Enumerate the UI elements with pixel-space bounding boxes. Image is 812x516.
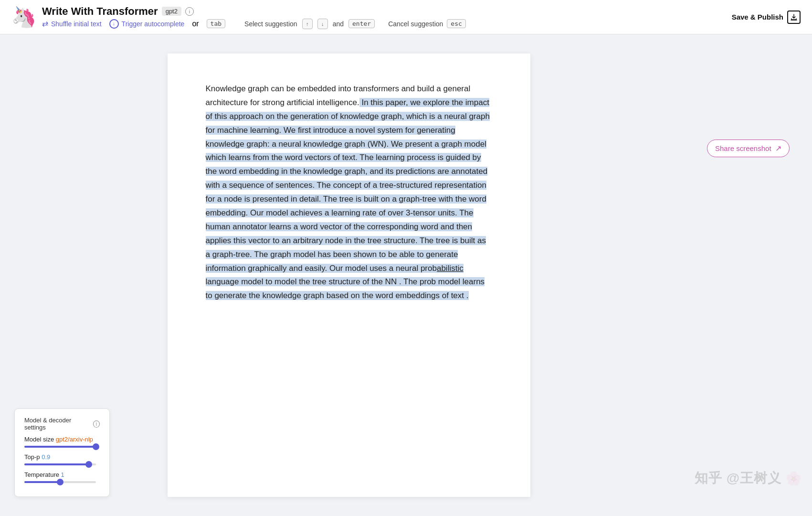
temperature-slider[interactable] [24,481,96,483]
export-icon [787,11,801,24]
temperature-row: Temperature 1 [24,471,100,483]
model-size-value: gpt2/arxiv-nlp [56,436,93,443]
top-p-value: 0.9 [42,453,50,461]
save-publish-button[interactable]: Save & Publish [732,11,801,24]
cancel-suggestion-text: Cancel suggestion [388,20,443,28]
temperature-slider-thumb[interactable] [57,479,63,485]
cancel-section: Cancel suggestion esc [388,19,466,28]
top-p-slider[interactable] [24,463,96,465]
model-size-slider-fill [24,446,96,448]
header: 🦄 Write With Transformer gpt2 i ⇄ Shuffl… [0,0,812,34]
top-p-label: Top-p 0.9 [24,453,100,461]
temperature-slider-fill [24,481,60,483]
settings-title-row: Model & decoder settings i [24,417,100,431]
autocomplete-button[interactable]: ↓ Trigger autocomplete [109,19,185,29]
up-arrow-btn[interactable]: ↑ [302,19,313,29]
shuffle-button[interactable]: ⇄ Shuffle initial text [42,19,102,28]
top-p-slider-thumb[interactable] [85,461,92,468]
text-after-underline: language model to model the tree structu… [206,277,485,300]
text-highlighted: In this paper, we explore the impact of … [206,98,490,273]
save-publish-label: Save & Publish [732,13,783,21]
model-size-label: Model size gpt2/arxiv-nlp [24,436,100,443]
app-title-row: Write With Transformer gpt2 i [42,5,466,18]
and-text: and [333,20,344,28]
share-screenshot-label: Share screenshot [715,144,771,152]
autocomplete-icon: ↓ [109,19,119,29]
title-block: Write With Transformer gpt2 i ⇄ Shuffle … [42,5,466,29]
temperature-label: Temperature 1 [24,471,100,478]
model-size-row: Model size gpt2/arxiv-nlp [24,436,100,448]
model-size-slider[interactable] [24,446,96,448]
enter-key: enter [348,19,375,28]
top-p-row: Top-p 0.9 [24,453,100,465]
tab-key: tab [207,19,225,28]
or-text: or [192,20,199,28]
settings-panel: Model & decoder settings i Model size gp… [14,408,110,497]
model-size-slider-thumb[interactable] [93,443,99,450]
main-content: Knowledge graph can be embedded into tra… [0,34,812,516]
app-title: Write With Transformer [42,5,158,18]
shuffle-label: Shuffle initial text [51,20,102,28]
logo-area: 🦄 Write With Transformer gpt2 i ⇄ Shuffl… [11,5,466,29]
select-suggestion-text: Select suggestion [244,20,297,28]
shuffle-icon: ⇄ [42,19,48,28]
down-arrow-btn[interactable]: ↓ [317,19,328,29]
esc-key: esc [447,19,465,28]
temperature-value: 1 [61,471,64,478]
document-paper[interactable]: Knowledge graph can be embedded into tra… [168,54,530,497]
app-logo: 🦄 [11,7,36,27]
document-text: Knowledge graph can be embedded into tra… [206,82,492,303]
right-panel: Share screenshot ↗ [697,54,812,497]
external-link-icon: ↗ [775,144,781,153]
model-badge: gpt2 [162,7,181,16]
share-screenshot-button[interactable]: Share screenshot ↗ [707,140,790,157]
settings-title: Model & decoder settings [24,417,90,431]
toolbar-row: ⇄ Shuffle initial text ↓ Trigger autocom… [42,19,466,29]
text-underline: abilistic [437,264,464,273]
info-icon[interactable]: i [185,7,194,16]
autocomplete-label: Trigger autocomplete [122,20,185,28]
top-p-slider-fill [24,463,89,465]
select-suggestion-area: Select suggestion ↑ ↓ and enter [244,19,375,29]
settings-info-icon[interactable]: i [93,420,100,428]
